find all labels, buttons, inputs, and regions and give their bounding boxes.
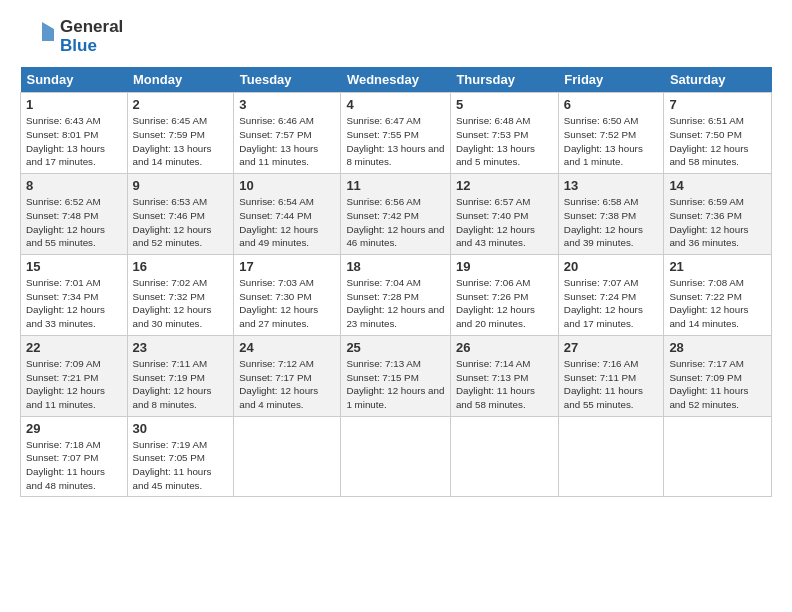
- day-cell-10: 10 Sunrise: 6:54 AM Sunset: 7:44 PM Dayl…: [234, 174, 341, 255]
- day-number: 22: [26, 340, 122, 355]
- day-cell-28: 28 Sunrise: 7:17 AM Sunset: 7:09 PM Dayl…: [664, 335, 772, 416]
- empty-cell: [558, 416, 664, 497]
- day-number: 16: [133, 259, 229, 274]
- day-number: 6: [564, 97, 659, 112]
- day-number: 1: [26, 97, 122, 112]
- empty-cell: [341, 416, 451, 497]
- day-info: Sunrise: 6:51 AM Sunset: 7:50 PM Dayligh…: [669, 114, 766, 169]
- day-number: 11: [346, 178, 445, 193]
- col-monday: Monday: [127, 67, 234, 93]
- day-cell-11: 11 Sunrise: 6:56 AM Sunset: 7:42 PM Dayl…: [341, 174, 451, 255]
- week-row-3: 15 Sunrise: 7:01 AM Sunset: 7:34 PM Dayl…: [21, 255, 772, 336]
- day-info: Sunrise: 7:03 AM Sunset: 7:30 PM Dayligh…: [239, 276, 335, 331]
- day-number: 12: [456, 178, 553, 193]
- day-info: Sunrise: 6:56 AM Sunset: 7:42 PM Dayligh…: [346, 195, 445, 250]
- day-info: Sunrise: 6:52 AM Sunset: 7:48 PM Dayligh…: [26, 195, 122, 250]
- day-cell-7: 7 Sunrise: 6:51 AM Sunset: 7:50 PM Dayli…: [664, 93, 772, 174]
- week-row-5: 29 Sunrise: 7:18 AM Sunset: 7:07 PM Dayl…: [21, 416, 772, 497]
- week-row-4: 22 Sunrise: 7:09 AM Sunset: 7:21 PM Dayl…: [21, 335, 772, 416]
- day-cell-3: 3 Sunrise: 6:46 AM Sunset: 7:57 PM Dayli…: [234, 93, 341, 174]
- week-row-1: 1 Sunrise: 6:43 AM Sunset: 8:01 PM Dayli…: [21, 93, 772, 174]
- header: General Blue: [20, 18, 772, 55]
- day-number: 26: [456, 340, 553, 355]
- empty-cell: [664, 416, 772, 497]
- day-info: Sunrise: 7:08 AM Sunset: 7:22 PM Dayligh…: [669, 276, 766, 331]
- day-number: 9: [133, 178, 229, 193]
- day-info: Sunrise: 6:58 AM Sunset: 7:38 PM Dayligh…: [564, 195, 659, 250]
- page: General Blue Sunday Monday Tuesday Wedne…: [0, 0, 792, 507]
- day-info: Sunrise: 6:47 AM Sunset: 7:55 PM Dayligh…: [346, 114, 445, 169]
- day-number: 29: [26, 421, 122, 436]
- day-cell-17: 17 Sunrise: 7:03 AM Sunset: 7:30 PM Dayl…: [234, 255, 341, 336]
- day-info: Sunrise: 6:45 AM Sunset: 7:59 PM Dayligh…: [133, 114, 229, 169]
- day-info: Sunrise: 6:50 AM Sunset: 7:52 PM Dayligh…: [564, 114, 659, 169]
- logo-icon: [20, 19, 56, 55]
- day-cell-16: 16 Sunrise: 7:02 AM Sunset: 7:32 PM Dayl…: [127, 255, 234, 336]
- col-saturday: Saturday: [664, 67, 772, 93]
- day-cell-8: 8 Sunrise: 6:52 AM Sunset: 7:48 PM Dayli…: [21, 174, 128, 255]
- day-number: 5: [456, 97, 553, 112]
- day-cell-13: 13 Sunrise: 6:58 AM Sunset: 7:38 PM Dayl…: [558, 174, 664, 255]
- day-info: Sunrise: 7:13 AM Sunset: 7:15 PM Dayligh…: [346, 357, 445, 412]
- day-number: 7: [669, 97, 766, 112]
- empty-cell: [450, 416, 558, 497]
- day-number: 4: [346, 97, 445, 112]
- day-number: 20: [564, 259, 659, 274]
- day-info: Sunrise: 7:16 AM Sunset: 7:11 PM Dayligh…: [564, 357, 659, 412]
- week-row-2: 8 Sunrise: 6:52 AM Sunset: 7:48 PM Dayli…: [21, 174, 772, 255]
- day-info: Sunrise: 7:01 AM Sunset: 7:34 PM Dayligh…: [26, 276, 122, 331]
- day-number: 19: [456, 259, 553, 274]
- day-number: 8: [26, 178, 122, 193]
- day-cell-19: 19 Sunrise: 7:06 AM Sunset: 7:26 PM Dayl…: [450, 255, 558, 336]
- day-info: Sunrise: 6:59 AM Sunset: 7:36 PM Dayligh…: [669, 195, 766, 250]
- day-cell-20: 20 Sunrise: 7:07 AM Sunset: 7:24 PM Dayl…: [558, 255, 664, 336]
- day-info: Sunrise: 6:54 AM Sunset: 7:44 PM Dayligh…: [239, 195, 335, 250]
- day-number: 18: [346, 259, 445, 274]
- day-number: 14: [669, 178, 766, 193]
- day-number: 3: [239, 97, 335, 112]
- day-number: 17: [239, 259, 335, 274]
- day-number: 28: [669, 340, 766, 355]
- col-sunday: Sunday: [21, 67, 128, 93]
- day-info: Sunrise: 7:14 AM Sunset: 7:13 PM Dayligh…: [456, 357, 553, 412]
- day-info: Sunrise: 7:11 AM Sunset: 7:19 PM Dayligh…: [133, 357, 229, 412]
- day-info: Sunrise: 6:53 AM Sunset: 7:46 PM Dayligh…: [133, 195, 229, 250]
- day-info: Sunrise: 7:09 AM Sunset: 7:21 PM Dayligh…: [26, 357, 122, 412]
- day-cell-1: 1 Sunrise: 6:43 AM Sunset: 8:01 PM Dayli…: [21, 93, 128, 174]
- day-number: 21: [669, 259, 766, 274]
- day-cell-18: 18 Sunrise: 7:04 AM Sunset: 7:28 PM Dayl…: [341, 255, 451, 336]
- day-info: Sunrise: 7:18 AM Sunset: 7:07 PM Dayligh…: [26, 438, 122, 493]
- day-number: 10: [239, 178, 335, 193]
- day-cell-2: 2 Sunrise: 6:45 AM Sunset: 7:59 PM Dayli…: [127, 93, 234, 174]
- day-info: Sunrise: 6:46 AM Sunset: 7:57 PM Dayligh…: [239, 114, 335, 169]
- col-friday: Friday: [558, 67, 664, 93]
- day-number: 25: [346, 340, 445, 355]
- day-cell-26: 26 Sunrise: 7:14 AM Sunset: 7:13 PM Dayl…: [450, 335, 558, 416]
- day-info: Sunrise: 6:48 AM Sunset: 7:53 PM Dayligh…: [456, 114, 553, 169]
- day-info: Sunrise: 7:12 AM Sunset: 7:17 PM Dayligh…: [239, 357, 335, 412]
- day-cell-24: 24 Sunrise: 7:12 AM Sunset: 7:17 PM Dayl…: [234, 335, 341, 416]
- header-row: Sunday Monday Tuesday Wednesday Thursday…: [21, 67, 772, 93]
- day-cell-29: 29 Sunrise: 7:18 AM Sunset: 7:07 PM Dayl…: [21, 416, 128, 497]
- calendar-table: Sunday Monday Tuesday Wednesday Thursday…: [20, 67, 772, 497]
- day-info: Sunrise: 7:19 AM Sunset: 7:05 PM Dayligh…: [133, 438, 229, 493]
- day-number: 2: [133, 97, 229, 112]
- day-cell-23: 23 Sunrise: 7:11 AM Sunset: 7:19 PM Dayl…: [127, 335, 234, 416]
- day-cell-14: 14 Sunrise: 6:59 AM Sunset: 7:36 PM Dayl…: [664, 174, 772, 255]
- day-info: Sunrise: 7:06 AM Sunset: 7:26 PM Dayligh…: [456, 276, 553, 331]
- day-cell-6: 6 Sunrise: 6:50 AM Sunset: 7:52 PM Dayli…: [558, 93, 664, 174]
- day-cell-27: 27 Sunrise: 7:16 AM Sunset: 7:11 PM Dayl…: [558, 335, 664, 416]
- day-number: 24: [239, 340, 335, 355]
- day-info: Sunrise: 7:04 AM Sunset: 7:28 PM Dayligh…: [346, 276, 445, 331]
- day-cell-21: 21 Sunrise: 7:08 AM Sunset: 7:22 PM Dayl…: [664, 255, 772, 336]
- day-cell-12: 12 Sunrise: 6:57 AM Sunset: 7:40 PM Dayl…: [450, 174, 558, 255]
- day-cell-9: 9 Sunrise: 6:53 AM Sunset: 7:46 PM Dayli…: [127, 174, 234, 255]
- logo: General Blue: [20, 18, 123, 55]
- day-cell-22: 22 Sunrise: 7:09 AM Sunset: 7:21 PM Dayl…: [21, 335, 128, 416]
- day-cell-5: 5 Sunrise: 6:48 AM Sunset: 7:53 PM Dayli…: [450, 93, 558, 174]
- day-number: 13: [564, 178, 659, 193]
- col-thursday: Thursday: [450, 67, 558, 93]
- day-cell-15: 15 Sunrise: 7:01 AM Sunset: 7:34 PM Dayl…: [21, 255, 128, 336]
- day-cell-30: 30 Sunrise: 7:19 AM Sunset: 7:05 PM Dayl…: [127, 416, 234, 497]
- day-cell-4: 4 Sunrise: 6:47 AM Sunset: 7:55 PM Dayli…: [341, 93, 451, 174]
